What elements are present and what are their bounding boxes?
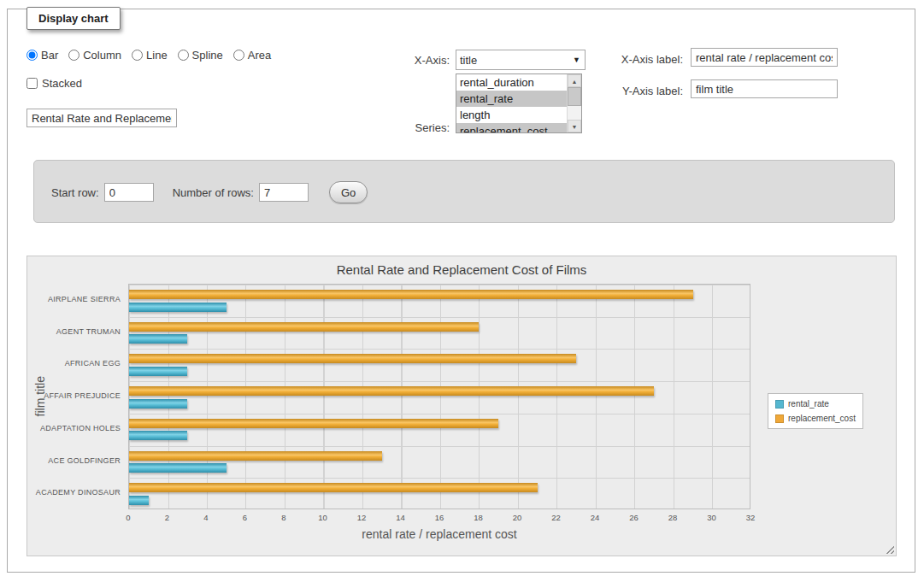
chart-title: Rental Rate and Replacement Cost of Film… (27, 262, 896, 277)
scroll-up-icon[interactable]: ▲ (568, 74, 581, 87)
bar-rental_rate (129, 431, 187, 440)
y-axis-label-label: Y-Axis label: (589, 85, 683, 97)
panel-legend-label: Display chart (26, 7, 121, 30)
x-tick-label: 32 (746, 513, 756, 522)
legend-item: rental_rate (775, 399, 856, 409)
radio-bar-label: Bar (41, 49, 58, 62)
bar-replacement_cost (129, 451, 382, 461)
num-rows-input[interactable] (259, 183, 309, 202)
radio-area[interactable]: Area (233, 49, 271, 62)
category-label: AGENT TRUMAN (27, 316, 121, 349)
x-axis-label-input[interactable] (691, 48, 838, 67)
series-option-rental_rate[interactable]: rental_rate (456, 91, 567, 107)
x-tick-label: 6 (243, 513, 247, 522)
legend-swatch-replacement_cost (775, 414, 784, 423)
x-tick-label: 28 (668, 513, 678, 522)
x-tick-label: 22 (551, 513, 561, 522)
x-tick-label: 8 (281, 513, 285, 522)
rows-panel: Start row: Number of rows: Go (33, 160, 895, 223)
x-tick-label: 16 (435, 513, 444, 522)
chart-legend: rental_ratereplacement_cost (768, 393, 863, 429)
radio-line[interactable]: Line (132, 49, 168, 62)
start-row-input[interactable] (104, 183, 154, 202)
num-rows-label: Number of rows: (173, 186, 254, 199)
go-button[interactable]: Go (329, 181, 368, 203)
radio-area-input[interactable] (233, 50, 244, 61)
chart-type-radio-group: Bar Column Line Spline Area (26, 49, 271, 62)
category-label: ACE GOLDFINGER (27, 445, 121, 478)
bar-replacement_cost (129, 290, 693, 299)
series-option-length[interactable]: length (456, 107, 567, 123)
bar-replacement_cost (129, 322, 479, 332)
series-option-replacement_cost[interactable]: replacement_cost (456, 123, 567, 132)
category-label: AFRICAN EGG (27, 348, 121, 380)
chart-title-input[interactable] (26, 109, 177, 127)
legend-swatch-rental_rate (775, 400, 784, 409)
x-axis-select[interactable]: title (456, 50, 586, 70)
bar-replacement_cost (129, 386, 654, 396)
bar-rental_rate (129, 496, 149, 505)
x-tick-label: 26 (629, 513, 639, 522)
stacked-checkbox[interactable] (26, 78, 38, 89)
radio-spline[interactable]: Spline (178, 49, 223, 62)
category-label: ACADEMY DINOSAUR (27, 477, 121, 509)
x-tick-label: 12 (357, 513, 367, 522)
plot-area (128, 284, 750, 509)
x-tick-label: 30 (707, 513, 716, 522)
x-tick-label: 4 (203, 513, 208, 522)
display-chart-panel: Display chart Bar Column Line Spline Are… (7, 9, 915, 573)
category-label: AIRPLANE SIERRA (27, 284, 121, 316)
x-axis-select-label: X-Axis: (360, 54, 450, 67)
radio-area-label: Area (248, 49, 271, 62)
bar-replacement_cost (129, 483, 538, 492)
radio-spline-label: Spline (192, 49, 223, 62)
radio-line-label: Line (146, 49, 168, 62)
bar-rental_rate (129, 367, 187, 376)
chart-panel: Rental Rate and Replacement Cost of Film… (26, 256, 897, 556)
rows-panel-row: Start row: Number of rows: Go (51, 181, 368, 203)
series-listbox[interactable]: rental_durationrental_ratelengthreplacem… (456, 73, 582, 133)
x-tick-label: 14 (396, 513, 405, 522)
radio-column-input[interactable] (68, 50, 79, 61)
series-options: rental_durationrental_ratelengthreplacem… (456, 74, 567, 132)
bar-replacement_cost (129, 354, 576, 363)
radio-bar-input[interactable] (26, 50, 38, 61)
x-axis-select-wrap: title ▼ (456, 50, 586, 70)
category-label: AFFAIR PREJUDICE (27, 380, 121, 413)
radio-column[interactable]: Column (68, 49, 121, 62)
x-axis-label-label: X-Axis label: (589, 53, 683, 66)
x-tick-label: 10 (318, 513, 327, 522)
scrollbar-thumb[interactable] (568, 87, 581, 106)
resize-handle-icon[interactable] (885, 544, 894, 554)
x-axis-title: rental rate / replacement cost (128, 527, 750, 541)
radio-spline-input[interactable] (178, 50, 189, 61)
legend-label: rental_rate (788, 399, 829, 409)
start-row-label: Start row: (51, 186, 99, 199)
legend-label: replacement_cost (788, 414, 856, 423)
bar-rental_rate (129, 463, 227, 473)
x-tick-label: 2 (165, 513, 169, 522)
radio-bar[interactable]: Bar (26, 49, 58, 62)
bar-rental_rate (129, 303, 227, 312)
stacked-label: Stacked (42, 77, 82, 90)
radio-column-label: Column (83, 49, 121, 62)
x-tick-label: 20 (513, 513, 522, 522)
category-label: ADAPTATION HOLES (27, 413, 121, 445)
x-tick-label: 0 (126, 513, 130, 522)
legend-item: replacement_cost (775, 414, 856, 423)
series-scrollbar[interactable]: ▲ ▼ (567, 74, 581, 132)
stacked-option[interactable]: Stacked (26, 77, 82, 90)
scroll-down-icon[interactable]: ▼ (568, 120, 581, 132)
series-option-rental_duration[interactable]: rental_duration (456, 74, 567, 91)
bar-replacement_cost (129, 419, 498, 428)
x-tick-labels: 02468101214161820222426283032 (128, 513, 750, 524)
radio-line-input[interactable] (132, 50, 143, 61)
y-category-labels: AIRPLANE SIERRAAGENT TRUMANAFRICAN EGGAF… (27, 284, 124, 509)
series-label: Series: (360, 121, 450, 134)
x-tick-label: 24 (591, 513, 600, 522)
bar-rental_rate (129, 334, 187, 344)
bar-rental_rate (129, 399, 187, 409)
x-tick-label: 18 (474, 513, 483, 522)
y-axis-label-input[interactable] (691, 79, 838, 98)
